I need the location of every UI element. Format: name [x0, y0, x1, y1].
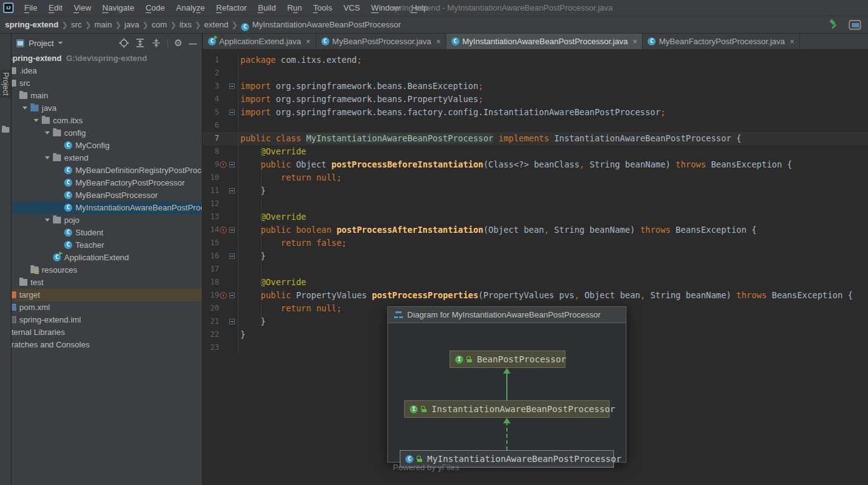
- overrides-method-icon[interactable]: ↑: [220, 227, 227, 233]
- code-line-7[interactable]: 7public class MyInstantiationAwareBeanPo…: [203, 132, 868, 145]
- fold-marker-icon[interactable]: [229, 162, 235, 167]
- tree-item-config[interactable]: config: [12, 127, 202, 139]
- tree-item-pom-xml[interactable]: pom.xml: [12, 301, 202, 314]
- locate-file-icon[interactable]: [119, 38, 129, 48]
- tree-item-spring-extend-iml[interactable]: spring-extend.iml: [12, 314, 202, 326]
- overrides-method-icon[interactable]: ↑: [220, 292, 227, 299]
- stripe-project-button[interactable]: Project: [1, 70, 11, 98]
- tree-item-spring-extend[interactable]: spring-extend G:\dev\spring-extend: [12, 52, 202, 65]
- gear-icon[interactable]: ⚙: [174, 37, 182, 49]
- menu-run[interactable]: Run: [281, 0, 308, 16]
- menu-build[interactable]: Build: [252, 0, 281, 16]
- menu-code[interactable]: Code: [140, 0, 171, 16]
- code-line-3[interactable]: 3import org.springframework.beans.BeansE…: [203, 80, 868, 93]
- fold-marker-icon[interactable]: [229, 227, 235, 233]
- tab-mybeanfactorypostprocessor-java[interactable]: CMyBeanFactoryPostProcessor.java×: [643, 34, 800, 49]
- code-line-4[interactable]: 4import org.springframework.beans.Proper…: [203, 93, 868, 106]
- code-line-9[interactable]: 9↑ public Object postProcessBeforeInstan…: [203, 158, 868, 171]
- chevron-expanded-icon[interactable]: [45, 219, 50, 222]
- tab-myinstantiationawarebeanpostprocessor-java[interactable]: CMyInstantiationAwareBeanPostProcessor.j…: [446, 34, 643, 49]
- chevron-down-icon[interactable]: [58, 42, 63, 44]
- menu-tools[interactable]: Tools: [308, 0, 337, 16]
- diagram-node-instantiationawarebeanpostprocessor[interactable]: IInstantiationAwareBeanPostProcessor: [404, 400, 610, 418]
- tree-item-src[interactable]: src: [12, 77, 202, 90]
- collapse-all-icon[interactable]: [151, 38, 161, 48]
- tree-item-resources[interactable]: resources: [12, 264, 202, 276]
- breadcrumb-item[interactable]: itxs: [178, 20, 193, 29]
- tree-item-com-itxs[interactable]: com.itxs: [12, 115, 202, 127]
- close-icon[interactable]: ×: [436, 37, 441, 46]
- code-line-5[interactable]: 5import org.springframework.beans.factor…: [203, 106, 868, 119]
- breadcrumb-item[interactable]: spring-extend: [0, 20, 60, 29]
- menu-view[interactable]: View: [68, 0, 97, 16]
- tree-item-target[interactable]: target: [12, 289, 202, 301]
- breadcrumb-item[interactable]: main: [93, 20, 113, 29]
- tree-item-java[interactable]: java: [12, 102, 202, 115]
- menu-navigate[interactable]: Navigate: [97, 0, 139, 16]
- chevron-expanded-icon[interactable]: [22, 106, 27, 110]
- diagram-popup-title-bar[interactable]: Diagram for MyInstantiationAwareBeanPost…: [388, 307, 626, 323]
- code-line-15[interactable]: 15 return false;: [203, 237, 868, 250]
- code-line-12[interactable]: 12: [203, 197, 868, 210]
- hide-windows-icon[interactable]: [848, 19, 862, 31]
- tree-item-myinstantiationawarebeanpostprocessor[interactable]: CMyInstantiationAwareBeanPostProcessor: [12, 202, 202, 214]
- project-header-title[interactable]: Project: [29, 39, 54, 48]
- tree-item-mybeanpostprocessor[interactable]: CMyBeanPostProcessor: [12, 189, 202, 202]
- menu-analyze[interactable]: Analyze: [171, 0, 210, 16]
- code-line-13[interactable]: 13 @Override: [203, 210, 868, 224]
- code-line-2[interactable]: 2: [203, 67, 868, 80]
- tree-item-mybeandefinitionregistrypostprocessor[interactable]: CMyBeanDefinitionRegistryPostProcessor: [12, 164, 202, 177]
- code-line-16[interactable]: 16 }: [203, 250, 868, 263]
- close-icon[interactable]: ×: [790, 37, 795, 46]
- tab-applicationextend-java[interactable]: CApplicationExtend.java×: [203, 34, 316, 49]
- app-logo-icon[interactable]: IJ: [3, 2, 14, 13]
- fold-marker-icon[interactable]: [229, 253, 235, 259]
- breadcrumb-item[interactable]: com: [151, 20, 169, 29]
- chevron-expanded-icon[interactable]: [45, 131, 50, 134]
- code-line-11[interactable]: 11 }: [203, 184, 868, 197]
- menu-vcs[interactable]: VCS: [337, 0, 366, 16]
- code-line-10[interactable]: 10 return null;: [203, 171, 868, 184]
- chevron-expanded-icon[interactable]: [34, 119, 39, 122]
- menu-file[interactable]: File: [19, 0, 43, 16]
- tree-item-scratches-and-consoles[interactable]: Scratches and Consoles: [12, 339, 202, 351]
- tree-item-pojo[interactable]: pojo: [12, 214, 202, 227]
- fold-marker-icon[interactable]: [229, 188, 235, 194]
- breadcrumb-item[interactable]: src: [70, 20, 83, 29]
- tree-item-mybeanfactorypostprocessor[interactable]: CMyBeanFactoryPostProcessor: [12, 177, 202, 189]
- project-stripe-folder-icon[interactable]: [2, 127, 9, 133]
- code-line-19[interactable]: 19↑ public PropertyValues postProcessPro…: [203, 289, 868, 302]
- breadcrumb-item[interactable]: extend: [203, 20, 230, 29]
- overrides-method-icon[interactable]: ↑: [220, 161, 227, 168]
- chevron-expanded-icon[interactable]: [45, 156, 50, 159]
- expand-all-icon[interactable]: [135, 38, 145, 48]
- diagram-node-beanpostprocessor[interactable]: IBeanPostProcessor: [450, 351, 565, 368]
- fold-marker-icon[interactable]: [229, 319, 235, 324]
- tree-item-student[interactable]: CStudent: [12, 227, 202, 239]
- hide-panel-icon[interactable]: —: [189, 39, 197, 48]
- menu-refactor[interactable]: Refactor: [210, 0, 252, 16]
- tree-item-myconfig[interactable]: CMyConfig: [12, 139, 202, 152]
- fold-marker-icon[interactable]: [229, 110, 235, 115]
- tab-mybeanpostprocessor-java[interactable]: CMyBeanPostProcessor.java×: [316, 34, 446, 49]
- build-hammer-icon[interactable]: [828, 19, 839, 31]
- tree-item-applicationextend[interactable]: CApplicationExtend: [12, 252, 202, 264]
- fold-marker-icon[interactable]: [229, 293, 235, 298]
- tree-item-test[interactable]: test: [12, 276, 202, 289]
- tree-item--idea[interactable]: .idea: [12, 65, 202, 77]
- tree-item-external-libraries[interactable]: External Libraries: [12, 326, 202, 339]
- breadcrumb-item[interactable]: java: [123, 20, 141, 29]
- code-line-6[interactable]: 6: [203, 119, 868, 132]
- code-line-17[interactable]: 17: [203, 263, 868, 276]
- breadcrumb-item[interactable]: CMyInstantiationAwareBeanPostProcessor: [240, 20, 402, 30]
- tree-item-teacher[interactable]: CTeacher: [12, 239, 202, 252]
- fold-marker-icon[interactable]: [229, 83, 235, 89]
- tree-item-extend[interactable]: extend: [12, 152, 202, 164]
- close-icon[interactable]: ×: [306, 37, 311, 46]
- code-line-1[interactable]: 1package com.itxs.extend;: [203, 54, 868, 67]
- code-line-8[interactable]: 8 @Override: [203, 145, 868, 158]
- close-icon[interactable]: ×: [633, 37, 637, 46]
- menu-edit[interactable]: Edit: [43, 0, 68, 16]
- diagram-canvas[interactable]: Powered by yFiles IBeanPostProcessorIIns…: [388, 323, 626, 463]
- code-line-18[interactable]: 18 @Override: [203, 276, 868, 289]
